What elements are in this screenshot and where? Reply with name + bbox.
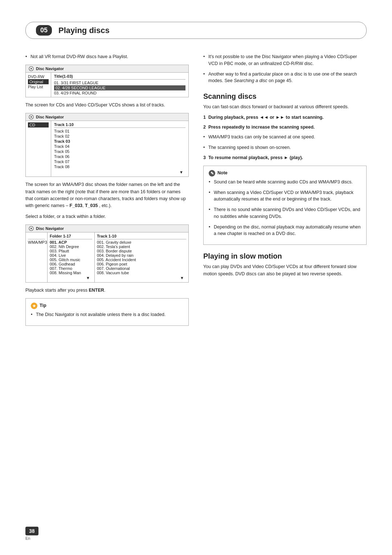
note-item-1: Sound can be heard while scanning audio … xyxy=(209,179,361,186)
disc-nav-2-track2: Track 02 xyxy=(54,134,185,139)
scanning-heading: Scanning discs xyxy=(203,92,367,101)
left-para-3: Select a folder, or a track within a fol… xyxy=(25,213,189,220)
disc-nav-2-track5: Track 05 xyxy=(54,149,185,154)
disc-nav-1-right: Title(1-03) 01. 3/31 FIRST LEAGUE 02. 4/… xyxy=(51,73,188,97)
disc-nav-2: Disc Navigator CD Track 1-10 Track 01 Tr… xyxy=(25,113,189,177)
disc-nav-3-col2: Folder 1-17 001. ACP 002. Nth Degree 003… xyxy=(48,232,95,282)
scanning-intro: You can fast-scan discs forward or backw… xyxy=(203,104,367,110)
disc-nav-2-right-title: Track 1-10 xyxy=(54,122,185,128)
slow-motion-intro: You can play DVDs and Video CD/Super VCD… xyxy=(203,263,367,278)
svg-point-3 xyxy=(30,116,32,118)
main-columns: Not all VR format DVD-RW discs have a Pl… xyxy=(25,53,367,330)
disc-nav-3: Disc Navigator WMA/MP3 Folder 1-17 001. … xyxy=(25,224,189,283)
disc-nav-2-arrow: ▼ xyxy=(54,169,185,175)
disc-nav-2-track3: Track 03 xyxy=(54,139,185,144)
disc-nav-1-header: Disc Navigator xyxy=(26,65,188,73)
svg-point-5 xyxy=(30,228,32,229)
disc-nav-2-header: Disc Navigator xyxy=(26,113,188,121)
disc-nav-2-track7: Track 07 xyxy=(54,159,185,164)
right-column: It's not possible to use the Disc Naviga… xyxy=(203,53,367,330)
scanning-section: Scanning discs You can fast-scan discs f… xyxy=(203,92,367,245)
note-icon: ✎ xyxy=(209,170,215,177)
left-bullet-1: Not all VR format DVD-RW discs have a Pl… xyxy=(25,53,189,60)
disc-nav-icon-2 xyxy=(29,114,34,119)
disc-nav-1-body: DVD-RW Original Play List Title(1-03) 01… xyxy=(26,73,188,97)
disc-nav-2-track6: Track 06 xyxy=(54,154,185,159)
disc-nav-1-left: DVD-RW Original Play List xyxy=(26,73,51,97)
left-para-4: Playback starts after you press ENTER. xyxy=(25,287,189,294)
note-header: ✎ Note xyxy=(209,170,361,177)
disc-nav-3-col1: WMA/MP3 xyxy=(26,232,48,282)
disc-nav-1-track1: 01. 3/31 FIRST LEAGUE xyxy=(54,80,185,85)
disc-nav-2-item-cd: CD xyxy=(28,122,49,127)
page-lang: En xyxy=(25,536,30,540)
disc-nav-icon-1 xyxy=(29,66,34,71)
slow-motion-section: Playing in slow motion You can play DVDs… xyxy=(203,252,367,278)
note-item-4: Depending on the disc, normal playback m… xyxy=(209,224,361,238)
disc-nav-icon-3 xyxy=(29,226,34,231)
disc-nav-1-item-original: Original xyxy=(28,79,49,84)
disc-nav-3-header: Disc Navigator xyxy=(26,225,188,232)
disc-nav-1: Disc Navigator DVD-RW Original Play List… xyxy=(25,65,189,97)
page-number: 38 xyxy=(25,527,38,535)
disc-nav-3-body: WMA/MP3 Folder 1-17 001. ACP 002. Nth De… xyxy=(26,232,188,282)
svg-point-1 xyxy=(30,68,32,69)
note-item-3: There is no sound while scanning DVDs an… xyxy=(209,206,361,220)
left-para-2: The screen for an WMA/MP3 disc shows the… xyxy=(25,181,189,210)
chapter-header: 05 Playing discs xyxy=(25,22,367,39)
chapter-title: Playing discs xyxy=(58,26,110,35)
disc-nav-1-track2: 02. 4/28 SECOND LEAGUE xyxy=(54,85,185,90)
page-footer: 38 En xyxy=(25,527,38,540)
page-container: 05 Playing discs Not all VR format DVD-R… xyxy=(0,0,392,555)
step-2-bullet-1: WMA/MP3 tracks can only be scanned at on… xyxy=(203,134,367,141)
step-3: 3 To resume normal playback, press ► (pl… xyxy=(203,154,367,161)
slow-motion-heading: Playing in slow motion xyxy=(203,252,367,260)
tip-box: ★ Tip The Disc Navigator is not availabl… xyxy=(25,298,189,326)
disc-nav-2-left: CD xyxy=(26,121,51,177)
disc-nav-2-track4: Track 04 xyxy=(54,144,185,149)
disc-nav-2-right: Track 1-10 Track 01 Track 02 Track 03 Tr… xyxy=(51,121,188,177)
right-bullet-2: Another way to find a particular place o… xyxy=(203,71,367,85)
disc-nav-2-track8: Track 08 xyxy=(54,164,185,169)
disc-nav-1-right-title: Title(1-03) xyxy=(54,74,185,80)
disc-nav-1-track3: 03. 4/29 FINAL ROUND xyxy=(54,90,185,96)
tip-icon: ★ xyxy=(31,303,37,309)
note-box: ✎ Note Sound can be heard while scanning… xyxy=(203,166,367,245)
left-column: Not all VR format DVD-RW discs have a Pl… xyxy=(25,53,189,330)
step-2: 2 Press repeatedly to increase the scann… xyxy=(203,124,367,131)
disc-nav-2-track1: Track 01 xyxy=(54,129,185,134)
right-bullet-1: It's not possible to use the Disc Naviga… xyxy=(203,53,367,67)
left-para-1: The screen for CDs and Video CD/Super VC… xyxy=(25,102,189,109)
disc-nav-2-body: CD Track 1-10 Track 01 Track 02 Track 03… xyxy=(26,121,188,177)
tip-item-1: The Disc Navigator is not available unle… xyxy=(31,311,183,318)
chapter-number: 05 xyxy=(36,25,52,36)
disc-nav-1-item-dvdrw: DVD-RW xyxy=(28,74,49,79)
tip-header: ★ Tip xyxy=(31,302,183,309)
step-2-bullet-2: The scanning speed is shown on-screen. xyxy=(203,144,367,151)
note-item-2: When scanning a Video CD/Super VCD or WM… xyxy=(209,189,361,203)
disc-nav-1-item-playlist: Play List xyxy=(28,84,49,89)
step-1: 1 During playback, press ◄◄ or ►► to sta… xyxy=(203,114,367,121)
disc-nav-3-col3: Track 1-10 001. Gravity deluxe 002. Tesl… xyxy=(95,232,188,282)
